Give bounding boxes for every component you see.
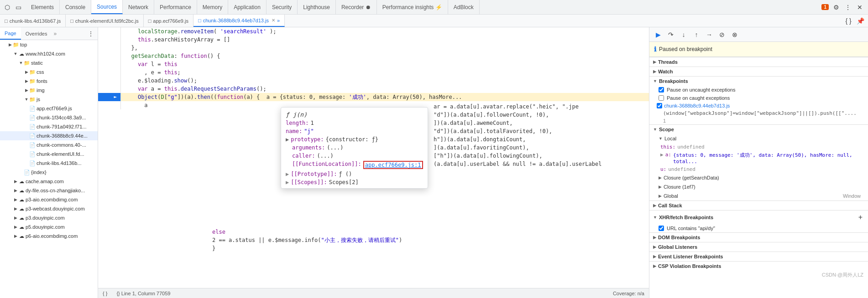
tab-lighthouse[interactable]: Lighthouse: [298, 0, 336, 14]
event-listener-arrow: ▶: [653, 254, 656, 259]
tree-item-chunk3688[interactable]: 📄 chunk-3688b8c9.44e...: [0, 131, 98, 140]
tree-arrow-domain: ▼: [13, 51, 18, 57]
tree-item-top[interactable]: ▶ 📁 top: [0, 40, 98, 49]
deactivate-btn[interactable]: ⊘: [717, 30, 727, 40]
event-listener-header[interactable]: ▶ Event Listener Breakpoints: [649, 252, 868, 261]
file-icon-index: 📄: [24, 169, 30, 175]
step-btn[interactable]: →: [704, 30, 714, 40]
cursor-icon[interactable]: ⬡: [3, 3, 12, 12]
global-header[interactable]: ▶ Global Window: [649, 191, 868, 200]
tree-item-css[interactable]: ▶ 📁 css: [0, 67, 98, 77]
watch-header[interactable]: ▶ Watch: [649, 67, 868, 76]
pause-exceptions-btn[interactable]: ⊗: [730, 30, 740, 40]
expand-a-icon[interactable]: ▶: [660, 152, 664, 164]
file-tab-app[interactable]: □ app.ecf766e9.js: [144, 15, 193, 27]
callstack-header[interactable]: ▶ Call Stack: [649, 201, 868, 210]
folder-icon: 📁: [13, 41, 19, 48]
dom-breakpoints-section: ▶ DOM Breakpoints: [649, 232, 868, 242]
tree-item-chunk-elementui[interactable]: 📄 chunk-elementUI.fd...: [0, 149, 98, 159]
tree-item-fonts[interactable]: ▶ 📁 fonts: [0, 77, 98, 86]
closure-getsearchdata-header[interactable]: ▶ Closure (getSearchData): [649, 173, 868, 182]
local-header[interactable]: ▼ Local: [649, 134, 868, 143]
tab-sources[interactable]: Sources: [91, 0, 123, 14]
step-over-btn[interactable]: ↷: [666, 30, 676, 40]
bp-file-checkbox[interactable]: [657, 103, 662, 108]
settings-icon[interactable]: ⚙: [831, 3, 841, 12]
sidebar-more-actions[interactable]: ⋮: [86, 29, 96, 39]
closure-1ef7-header[interactable]: ▶ Closure (1ef7): [649, 182, 868, 191]
breakpoints-section: ▼ Breakpoints Pause on uncaught exceptio…: [649, 76, 868, 124]
tab-console[interactable]: Console: [60, 0, 91, 14]
status-bar: { } {} Line 1, Column 77059 Coverage: n/…: [98, 288, 649, 298]
tab-network[interactable]: Network: [123, 0, 154, 14]
tab-memory[interactable]: Memory: [197, 0, 228, 14]
global-listeners-arrow: ▶: [653, 245, 656, 249]
sidebar-tab-overrides[interactable]: Overrides: [21, 27, 52, 40]
tree-item-cache-amap[interactable]: ▶ ☁ cache.amap.com: [0, 177, 98, 186]
add-xhr-breakpoint-btn[interactable]: +: [857, 212, 864, 222]
device-icon[interactable]: ▭: [14, 3, 23, 12]
tree-item-chunk-libs[interactable]: 📄 chunk-libs.4d136b...: [0, 159, 98, 168]
step-into-btn[interactable]: ↓: [679, 30, 689, 40]
tree-item-js[interactable]: ▼ 📁 js: [0, 95, 98, 104]
pause-caught-checkbox[interactable]: [659, 95, 664, 101]
tab-performance-insights[interactable]: Performance insights ⚡: [377, 0, 448, 14]
threads-header[interactable]: ▶ Threads: [649, 57, 868, 67]
more-icon[interactable]: ⋮: [843, 3, 852, 12]
expand-scopes-icon[interactable]: ▶: [286, 179, 289, 185]
expand-prototype-icon[interactable]: ▶: [286, 136, 289, 143]
code-line: var a = this.dealRequestSearchParams();: [98, 85, 649, 93]
sidebar-more-icon[interactable]: »: [52, 27, 58, 40]
tree-item-p6-aio[interactable]: ▶ ☁ p6-aio.ecombdimg.com: [0, 231, 98, 241]
file-tab-chunk-3688[interactable]: □ chunk-3688b8c9.44eb7d13.js ✕ »: [193, 15, 285, 27]
tab-recorder[interactable]: Recorder ⏺: [336, 0, 377, 14]
bp-file-item: chunk-3688b8c9.44eb7d13.js: [649, 102, 868, 109]
tree-item-img[interactable]: ▶ 📁 img: [0, 86, 98, 95]
watch-section: ▶ Watch: [649, 67, 868, 76]
file-tab-chunk-elementUI[interactable]: □ chunk-elementUI.fd9fc2bc.js: [66, 15, 143, 27]
scope-header[interactable]: ▼ Scope: [649, 125, 868, 134]
tab-pin-icon[interactable]: »: [277, 18, 280, 23]
code-scroll[interactable]: localStorage.removeItem( 'searchResult' …: [98, 27, 649, 288]
tree-item-app-js[interactable]: 📄 app.ecf766e9.js: [0, 104, 98, 113]
tree-item-domain[interactable]: ▼ ☁ www.hh1024.com: [0, 49, 98, 58]
global-window-label: Window: [843, 193, 861, 199]
code-line: this.searchHistoryArray = []: [98, 36, 649, 44]
tab-security[interactable]: Security: [267, 0, 298, 14]
xhr-breakpoint-checkbox[interactable]: [659, 226, 664, 231]
close-icon[interactable]: ✕: [855, 3, 864, 12]
tree-item-static[interactable]: ▼ 📁 static: [0, 58, 98, 67]
tree-item-p3-aio[interactable]: ▶ ☁ p3-aio.ecombdimg.com: [0, 195, 98, 204]
format-icon[interactable]: { }: [843, 16, 853, 26]
tree-item-index[interactable]: 📄 {index}: [0, 168, 98, 177]
file-icon-5: 📄: [29, 151, 36, 157]
tree-item-p3-douyin[interactable]: ▶ ☁ p3.douyinpic.com: [0, 213, 98, 222]
tree-item-p3-webcast[interactable]: ▶ ☁ p3-webcast.douyinpic.com: [0, 204, 98, 213]
xhr-header[interactable]: ▼ XHR/fetch Breakpoints: [653, 215, 713, 220]
tab-elements[interactable]: Elements: [26, 0, 60, 14]
tree-item-chunk2[interactable]: 📄 chunk-791a0492.f71...: [0, 122, 98, 131]
breakpoints-header[interactable]: ▼ Breakpoints: [649, 77, 868, 86]
tree-item-chunk-commons[interactable]: 📄 chunk-commons.40-...: [0, 140, 98, 149]
dom-breakpoints-header[interactable]: ▶ DOM Breakpoints: [649, 233, 868, 242]
global-listeners-header[interactable]: ▶ Global Listeners: [649, 242, 868, 252]
status-format-icon[interactable]: { }: [103, 291, 107, 296]
file-icon: 📄: [29, 105, 36, 112]
tree-item-chunk1[interactable]: 📄 chunk-1f34cc48.3a9...: [0, 113, 98, 122]
expand-proto2-icon[interactable]: ▶: [286, 171, 289, 177]
tab-performance[interactable]: Performance: [154, 0, 197, 14]
tab-application[interactable]: Application: [228, 0, 267, 14]
file-tab-chunk-libs[interactable]: □ chunk-libs.4d136b67.js: [0, 15, 66, 27]
resume-btn[interactable]: ▶: [653, 30, 663, 40]
step-out-btn[interactable]: ↑: [691, 30, 701, 40]
close-tab-icon[interactable]: ✕: [272, 18, 275, 23]
file-icon-4: 📄: [29, 142, 36, 148]
tab-adblock[interactable]: AdBlock: [448, 0, 480, 14]
pin-icon[interactable]: 📌: [855, 16, 865, 26]
tree-item-p5-douyin[interactable]: ▶ ☁ p5.douyinpic.com: [0, 222, 98, 231]
function-location-link[interactable]: app.ecf766e9.js:1: [365, 162, 421, 168]
tree-item-dy-file[interactable]: ▶ ☁ dy-file.oss-cn-zhangjiako...: [0, 186, 98, 195]
pause-uncaught-checkbox[interactable]: [659, 87, 664, 92]
csp-header[interactable]: ▶ CSP Violation Breakpoints: [649, 262, 868, 271]
sidebar-tab-page[interactable]: Page: [0, 27, 21, 40]
